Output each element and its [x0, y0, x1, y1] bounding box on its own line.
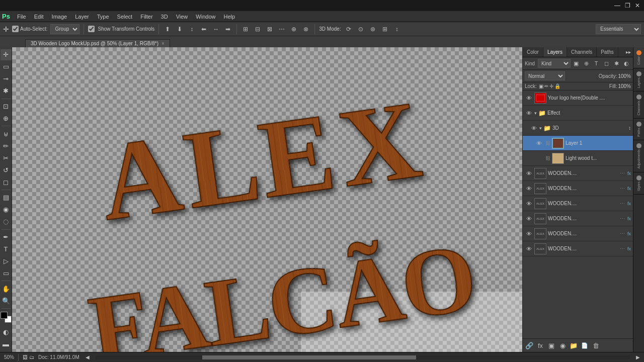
- layer-fx-wooden5[interactable]: fx: [627, 231, 631, 236]
- layer-item-wooden6[interactable]: 👁 ALEX WOODEN.... ⋯ fx: [523, 241, 633, 256]
- align-vert-center-icon[interactable]: ⬇: [175, 25, 184, 34]
- add-layer-btn[interactable]: 📄: [580, 341, 589, 350]
- fg-bg-colors[interactable]: [1, 312, 12, 323]
- brush-tool[interactable]: ✏: [1, 140, 12, 151]
- layer-item-logo[interactable]: 👁 Your logo here(Double ....: [523, 90, 633, 106]
- layer-eye-wooden4[interactable]: 👁: [525, 215, 533, 223]
- menu-item-filter[interactable]: Filter: [136, 13, 156, 21]
- add-mask-btn[interactable]: ▣: [547, 341, 556, 350]
- layer-group-arrow-3d[interactable]: ▾: [539, 126, 542, 131]
- align-left-icon[interactable]: ⬅: [199, 25, 208, 34]
- menu-item-image[interactable]: Image: [48, 13, 71, 21]
- filter-shape-icon[interactable]: ◻: [602, 59, 611, 68]
- gradient-tool[interactable]: ▤: [1, 192, 12, 203]
- blur-tool[interactable]: ◉: [1, 204, 12, 215]
- distribute-right-icon[interactable]: ⊗: [301, 25, 310, 34]
- opacity-value[interactable]: 100%: [618, 73, 631, 79]
- add-adjustment-btn[interactable]: ◉: [558, 341, 567, 350]
- transform-controls-checkbox[interactable]: [88, 26, 95, 32]
- align-top-icon[interactable]: ⬆: [163, 25, 172, 34]
- layer-chain-wooden4[interactable]: ⋯: [620, 216, 625, 221]
- filter-toggle-icon[interactable]: ◐: [622, 59, 631, 68]
- auto-select-checkbox[interactable]: [12, 26, 19, 32]
- layer-eye-3d[interactable]: 👁: [530, 124, 538, 132]
- layers-list[interactable]: 👁 Your logo here(Double .... 👁 ▾ 📁 Effec…: [523, 90, 633, 338]
- history-brush[interactable]: ↺: [1, 164, 12, 175]
- 3d-mode-icon2[interactable]: ⊙: [356, 25, 365, 34]
- 3d-mode-icon4[interactable]: ⊞: [380, 25, 389, 34]
- screen-mode-btn[interactable]: ▬: [1, 339, 12, 350]
- hand-tool[interactable]: ✋: [1, 283, 12, 294]
- canvas-area[interactable]: A L E X FALCÃO: [12, 47, 522, 352]
- align-horiz-center-icon[interactable]: ↔: [211, 25, 220, 34]
- menu-item-edit[interactable]: Edit: [30, 13, 48, 21]
- foreground-color-swatch[interactable]: [1, 312, 8, 319]
- layer-chain-wooden1[interactable]: ⋯: [620, 170, 625, 176]
- layer-item-layer1[interactable]: 👁 ⛓ Layer 1: [523, 136, 633, 151]
- auto-select-type[interactable]: Group Layer: [50, 24, 79, 34]
- crop-tool[interactable]: ⊡: [1, 101, 12, 112]
- nav-next-btn[interactable]: ▶: [636, 354, 640, 360]
- document-tab[interactable]: 3D Wooden Logo MockUp.psd @ 50% (Layer 1…: [25, 39, 170, 47]
- layer-item-wooden2[interactable]: 👁 ALEX WOODEN.... ⋯ fx: [523, 181, 633, 196]
- menu-item-help[interactable]: Help: [219, 13, 239, 21]
- healing-tool[interactable]: ⊎: [1, 128, 12, 139]
- layer-fx-wooden4[interactable]: fx: [627, 216, 631, 221]
- shape-tool[interactable]: ▭: [1, 267, 12, 279]
- pen-tool[interactable]: ✒: [1, 232, 12, 243]
- 3d-mode-icon3[interactable]: ⊛: [368, 25, 377, 34]
- side-styles-btn[interactable]: Styles: [633, 172, 644, 195]
- side-adjustments-btn[interactable]: Adjustments: [633, 140, 644, 172]
- layer-item-wooden5[interactable]: 👁 ALEX WOODEN.... ⋯ fx: [523, 226, 633, 241]
- add-group-btn[interactable]: 📁: [569, 341, 578, 350]
- layer-eye-effect[interactable]: 👁: [525, 109, 533, 117]
- distribute-horiz-icon[interactable]: ⊕: [289, 25, 298, 34]
- filter-smart-icon[interactable]: ✱: [612, 59, 621, 68]
- magic-wand-tool[interactable]: ✱: [1, 85, 12, 97]
- close-button[interactable]: ✕: [633, 1, 642, 10]
- layer-eye-wooden2[interactable]: 👁: [525, 185, 533, 193]
- workspace-select[interactable]: Essentials: [596, 24, 641, 34]
- auto-select-check[interactable]: Auto-Select:: [12, 26, 47, 32]
- filter-adjust-icon[interactable]: ⊕: [582, 59, 591, 68]
- menu-item-window[interactable]: Window: [192, 13, 219, 21]
- zoom-display[interactable]: 50%: [4, 354, 14, 360]
- clone-tool[interactable]: ✂: [1, 152, 12, 163]
- layer-eye-layer1[interactable]: 👁: [535, 139, 543, 147]
- layer-item-wooden4[interactable]: 👁 ALEX WOODEN.... ⋯ fx: [523, 211, 633, 226]
- lock-transparent-icon[interactable]: ▣: [539, 83, 543, 89]
- layer-item-effect[interactable]: 👁 ▾ 📁 Effect: [523, 106, 633, 121]
- align-bottom-icon[interactable]: ↕: [187, 25, 196, 34]
- marquee-tool[interactable]: ▭: [1, 61, 12, 72]
- layer-fx-wooden1[interactable]: fx: [627, 171, 631, 176]
- eyedropper-tool[interactable]: ⊕: [1, 113, 12, 124]
- nav-prev-btn[interactable]: ◀: [86, 354, 90, 360]
- distribute-bottom-icon[interactable]: ⊠: [265, 25, 274, 34]
- panel-expand-icon[interactable]: ▸▸: [624, 47, 633, 57]
- layer-chain-wooden2[interactable]: ⋯: [620, 186, 625, 191]
- fill-value[interactable]: 100%: [618, 83, 631, 89]
- lock-position-icon[interactable]: ✛: [549, 83, 553, 89]
- filter-kind-select[interactable]: Kind: [538, 59, 571, 68]
- side-paths-btn[interactable]: Paths: [633, 119, 644, 140]
- eraser-tool[interactable]: ◻: [1, 176, 12, 188]
- menu-item-file[interactable]: File: [13, 13, 30, 21]
- side-channels-btn[interactable]: Channels: [633, 92, 644, 119]
- align-right-icon[interactable]: ➡: [223, 25, 232, 34]
- menu-item-type[interactable]: Type: [93, 13, 113, 21]
- layer-chain-wooden5[interactable]: ⋯: [620, 231, 625, 236]
- layer-chain-lightwood[interactable]: ⛓: [545, 155, 550, 161]
- link-layers-btn[interactable]: 🔗: [525, 341, 534, 350]
- layer-eye-lightwood[interactable]: ·: [535, 154, 543, 162]
- distribute-top-icon[interactable]: ⊞: [241, 25, 250, 34]
- tab-paths[interactable]: Paths: [597, 47, 618, 57]
- menu-item-3d[interactable]: 3D: [157, 13, 172, 21]
- dodge-tool[interactable]: ◌: [1, 216, 12, 227]
- lasso-tool[interactable]: ⊸: [1, 73, 12, 84]
- menu-item-view[interactable]: View: [172, 13, 192, 21]
- 3d-mode-icon1[interactable]: ⟳: [344, 25, 353, 34]
- filter-type-icon[interactable]: T: [592, 59, 601, 68]
- delete-layer-btn[interactable]: 🗑: [591, 341, 600, 350]
- layer-item-lightwood[interactable]: · ⛓ Light wood t...: [523, 151, 633, 166]
- quick-mask-btn[interactable]: ◐: [1, 327, 12, 338]
